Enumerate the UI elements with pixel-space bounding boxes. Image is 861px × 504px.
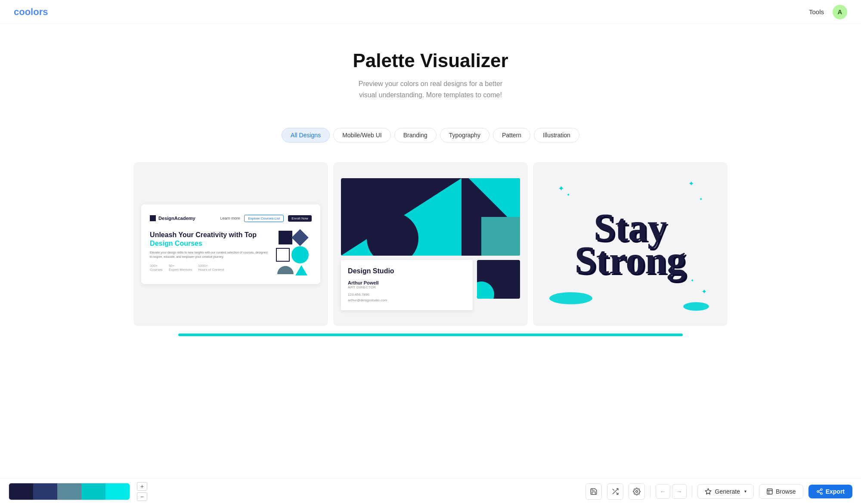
tab-all-designs[interactable]: All Designs: [282, 128, 330, 142]
star-icon-5: ✦: [701, 288, 707, 296]
card1-enroll-btn[interactable]: Enroll Now: [288, 215, 312, 222]
card1-body: Unleash Your Creativity with Top Design …: [150, 231, 312, 275]
tab-typography[interactable]: Typography: [440, 128, 489, 142]
logo[interactable]: coolors: [14, 6, 48, 18]
nav-tools-link[interactable]: Tools: [809, 8, 824, 15]
card1-stat-mentors: 50+ Expert Mentors: [169, 264, 192, 272]
design-card-business-card[interactable]: Design Studio Arthur Powell ART DIRECTOR…: [333, 162, 528, 326]
half-circle: [277, 266, 294, 274]
nav-right: Tools A: [809, 5, 847, 19]
square-white: [276, 248, 290, 262]
scroll-indicator: [178, 334, 682, 336]
star-icon-3: ✦: [688, 179, 694, 188]
card1-topbar: DesignAcademy Learn more Explore Courses…: [150, 215, 312, 222]
teal-rect: [481, 217, 520, 256]
tab-branding[interactable]: Branding: [394, 128, 437, 142]
typography-text: Stay Strong: [575, 211, 686, 277]
card1-stat-hours: 1000+ Hours of Content: [198, 264, 224, 272]
card1-shapes: [273, 231, 312, 275]
card2-bottom: Design Studio Arthur Powell ART DIRECTOR…: [341, 260, 520, 310]
design-card-typography[interactable]: ✦ ✦ ✦ ✦ ✦ ✦ Stay Strong: [533, 162, 728, 326]
scroll-area: [0, 328, 861, 371]
card1-highlight: Design Courses: [150, 240, 202, 247]
card1-content: DesignAcademy Learn more Explore Courses…: [141, 204, 320, 284]
tab-pattern[interactable]: Pattern: [493, 128, 530, 142]
square-dark: [279, 231, 292, 244]
design-card-design-academy[interactable]: DesignAcademy Learn more Explore Courses…: [133, 162, 328, 326]
card1-nav: Learn more Explore Courses List Enroll N…: [220, 215, 312, 222]
hero-subtitle: Preview your colors on real designs for …: [336, 78, 525, 100]
card1-text: Unleash Your Creativity with Top Design …: [150, 231, 268, 272]
card1-headline: Unleash Your Creativity with Top Design …: [150, 231, 268, 248]
card3-content: ✦ ✦ ✦ ✦ ✦ ✦ Stay Strong: [541, 171, 720, 317]
designs-grid: DesignAcademy Learn more Explore Courses…: [121, 160, 740, 328]
card2-biz-name: Design Studio: [348, 267, 466, 275]
star-icon-6: ✦: [691, 278, 694, 283]
card2-accent: [477, 260, 520, 299]
shape-row1: [279, 231, 306, 244]
star-icon-2: ✦: [567, 192, 570, 197]
card1-stats: 300+ Courses 50+ Expert Mentors 1000+ Ho…: [150, 264, 268, 272]
avatar[interactable]: A: [833, 5, 847, 19]
card1-logo-icon: [150, 215, 156, 221]
hero-section: Palette Visualizer Preview your colors o…: [0, 24, 861, 117]
circle-teal: [291, 246, 309, 263]
card2-graphic: [341, 178, 520, 256]
card1-logo: DesignAcademy: [150, 215, 195, 221]
card1-desc: Elevate your design skills to new height…: [150, 250, 268, 260]
card2-person-role: ART DIRECTOR: [348, 285, 466, 289]
filter-tabs: All Designs Mobile/Web UI Branding Typog…: [0, 117, 861, 160]
card2-business-info: Design Studio Arthur Powell ART DIRECTOR…: [341, 260, 473, 310]
shape-row2: [276, 246, 309, 263]
triangle-teal: [295, 265, 307, 275]
tab-illustration[interactable]: Illustration: [534, 128, 579, 142]
shape-row3: [277, 265, 307, 275]
card1-logo-text: DesignAcademy: [158, 216, 195, 221]
star-icon-4: ✦: [699, 197, 703, 201]
star-icon-1: ✦: [558, 184, 564, 193]
card2-content: Design Studio Arthur Powell ART DIRECTOR…: [341, 178, 520, 310]
page-title: Palette Visualizer: [9, 50, 852, 71]
card2-teal-blob: [477, 281, 494, 299]
card1-learn-link[interactable]: Learn more: [220, 216, 240, 220]
card2-person-name: Arthur Powell: [348, 280, 466, 285]
diamond-shape: [291, 229, 309, 246]
card2-contact: 123-456-7890 arthur@designstudio.com: [348, 292, 466, 303]
tab-mobile-web-ui[interactable]: Mobile/Web UI: [333, 128, 391, 142]
card1-stat-courses: 300+ Courses: [150, 264, 163, 272]
navbar: coolors Tools A: [0, 0, 861, 24]
card1-explore-btn[interactable]: Explore Courses List: [244, 215, 284, 222]
